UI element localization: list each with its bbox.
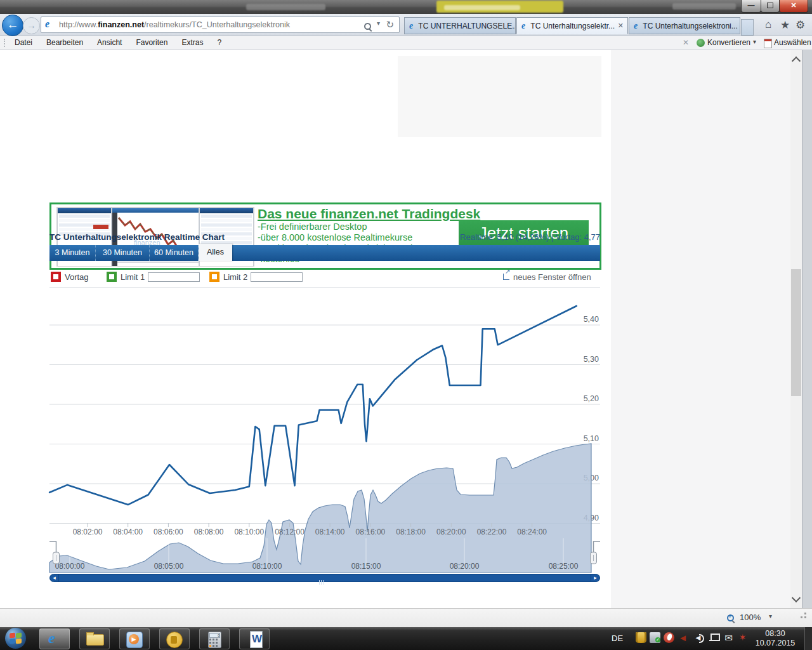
period-alles-active[interactable]: Alles (199, 244, 232, 261)
back-button[interactable]: ← (2, 15, 23, 36)
tray-mail-icon[interactable]: ✉ (723, 632, 734, 643)
zoom-dropdown-icon[interactable]: ▾ (769, 613, 772, 620)
svg-text:08:12:00: 08:12:00 (275, 527, 304, 536)
new-window-link[interactable]: neues Fenster öffnen (503, 272, 591, 282)
svg-text:08:10:00: 08:10:00 (252, 562, 282, 571)
limit1-input[interactable] (148, 272, 200, 282)
menu-ansicht[interactable]: Ansicht (90, 36, 129, 47)
tray-network-icon[interactable] (709, 632, 720, 643)
svg-text:5,30: 5,30 (584, 355, 599, 364)
blurred-background-text (246, 4, 325, 10)
tray-time: 08:30 (752, 629, 798, 639)
restore-button[interactable] (761, 0, 780, 13)
limit1-swatch (107, 272, 117, 282)
tab-favicon: e (521, 21, 525, 30)
windows-flag-icon (16, 639, 22, 644)
chart-scroll-right-icon[interactable]: ▸ (591, 574, 599, 581)
zoom-magnifier-icon[interactable]: + (727, 614, 734, 623)
tab-close-icon[interactable]: ✕ (618, 18, 624, 34)
svg-text:08:02:00: 08:02:00 (73, 527, 103, 536)
home-icon[interactable]: ⌂ (765, 18, 771, 31)
svg-text:08:00:00: 08:00:00 (55, 562, 85, 571)
chart-scroll-left-icon[interactable]: ◂ (50, 574, 59, 581)
svg-text:08:10:00: 08:10:00 (234, 527, 264, 536)
legend-divider (49, 287, 600, 288)
browser-tab-2-active[interactable]: e TC Unterhaltungselektr... ✕ (516, 17, 628, 34)
tab-favicon: e (634, 21, 638, 30)
period-30min[interactable]: 30 Minuten (96, 245, 150, 261)
forward-button[interactable]: → (23, 17, 40, 34)
blurred-background-highlight-inner (444, 5, 520, 10)
menu-hilfe[interactable]: ? (210, 36, 228, 47)
resize-grip (801, 616, 802, 618)
chart-scrollbar[interactable]: ◂ ▸ (49, 574, 600, 582)
vortag-label: Vortag (65, 272, 89, 282)
svg-text:08:16:00: 08:16:00 (356, 527, 386, 536)
scroll-down-icon[interactable] (792, 594, 801, 602)
minimize-button[interactable]: — (741, 0, 761, 13)
external-link-icon (503, 274, 509, 280)
svg-text:08:15:00: 08:15:00 (351, 562, 381, 571)
auswaehlen-button[interactable]: Auswählen (774, 38, 811, 47)
ad-bullet: -Frei definierbarer Desktop (258, 222, 480, 232)
calculator-screen: 0 (209, 633, 220, 638)
browser-tab-1[interactable]: e TC UNTERHALTUNGSELE... (404, 17, 516, 34)
tray-printer-icon[interactable]: ✓ (650, 632, 660, 643)
tray-shield-icon[interactable] (636, 632, 646, 643)
search-dropdown-icon[interactable]: ▾ (377, 20, 380, 27)
ad-panel-left (57, 208, 112, 251)
limit1-label: Limit 1 (121, 272, 145, 282)
tray-red-ball-icon[interactable] (664, 632, 674, 643)
taskbar-gold-app-button[interactable] (159, 628, 190, 649)
windows-taskbar: e ▶ 0 W DE ✓ ◄ ◄ ✉ ✶ 08:30 10.07.2015 (0, 627, 812, 650)
tray-muted-speaker-icon[interactable]: ◄ (678, 632, 688, 643)
favorites-star-icon[interactable]: ★ (780, 18, 790, 32)
commandbar-close-icon[interactable]: ✕ (683, 38, 689, 47)
windows-flag-icon (16, 633, 22, 639)
refresh-icon[interactable]: ↻ (386, 19, 394, 30)
new-tab-stub[interactable] (741, 19, 754, 36)
period-tabbar: 3 Minuten 30 Minuten 60 Minuten (49, 245, 600, 261)
start-button[interactable] (5, 628, 26, 649)
address-bar[interactable]: e http://www.finanzen.net/realtimekurs/T… (41, 17, 400, 33)
tray-language[interactable]: DE (612, 633, 623, 643)
taskbar-explorer-button[interactable] (79, 628, 110, 649)
limit2-input[interactable] (251, 272, 303, 282)
menu-extras[interactable]: Extras (174, 36, 210, 47)
taskbar-calculator-button[interactable]: 0 (199, 628, 230, 649)
taskbar-ie-button[interactable]: e (39, 628, 70, 649)
ad-heading[interactable]: Das neue finanzen.net Tradingdesk (258, 206, 480, 222)
svg-text:5,10: 5,10 (584, 434, 599, 443)
konvertieren-button[interactable]: Konvertieren (707, 38, 750, 47)
menu-favoriten[interactable]: Favoriten (129, 36, 174, 47)
browser-tab-3[interactable]: e TC Unterhaltungselektroni... (629, 17, 740, 34)
limit2-swatch (209, 272, 219, 282)
close-button[interactable]: ✕ (779, 0, 808, 13)
period-3min[interactable]: 3 Minuten (49, 245, 96, 261)
page-viewport: finanzen Das neue finanzen.net Tradingde… (0, 50, 790, 608)
search-icon[interactable] (364, 21, 371, 32)
scroll-up-icon[interactable] (792, 56, 801, 65)
taskbar-mediaplayer-button[interactable]: ▶ (119, 628, 150, 649)
svg-text:08:18:00: 08:18:00 (396, 527, 426, 536)
tray-volume-icon[interactable]: ◄ (693, 632, 704, 643)
svg-text:08:25:00: 08:25:00 (549, 562, 579, 571)
browser-vertical-scrollbar[interactable] (790, 50, 802, 608)
tray-clock[interactable]: 08:30 10.07.2015 (752, 629, 798, 648)
zoom-level[interactable]: 100% (740, 613, 761, 622)
menu-datei[interactable]: Datei (8, 36, 39, 47)
konvertieren-dropdown-icon[interactable]: ▾ (753, 38, 756, 45)
taskbar-word-button[interactable]: W (239, 628, 270, 649)
chart-title: TC Unterhaltungselektronik Realtime Char… (49, 232, 225, 242)
chart-scroll-grip[interactable] (318, 576, 324, 587)
period-60min[interactable]: 60 Minuten (150, 245, 199, 261)
url-text[interactable]: http://www.finanzen.net/realtimekurs/TC_… (59, 17, 290, 32)
tray-error-icon[interactable]: ✶ (737, 632, 748, 643)
realtime-chart[interactable]: 5,405,305,205,105,004,9008:00:0008:05:00… (0, 289, 790, 587)
window-border-right (802, 50, 812, 608)
menu-bearbeiten[interactable]: Bearbeiten (39, 36, 90, 47)
scrollbar-thumb[interactable] (791, 269, 801, 396)
settings-gear-icon[interactable]: ⚙ (796, 18, 805, 32)
ie-page-icon: e (45, 18, 49, 30)
show-desktop-button[interactable] (804, 627, 812, 650)
